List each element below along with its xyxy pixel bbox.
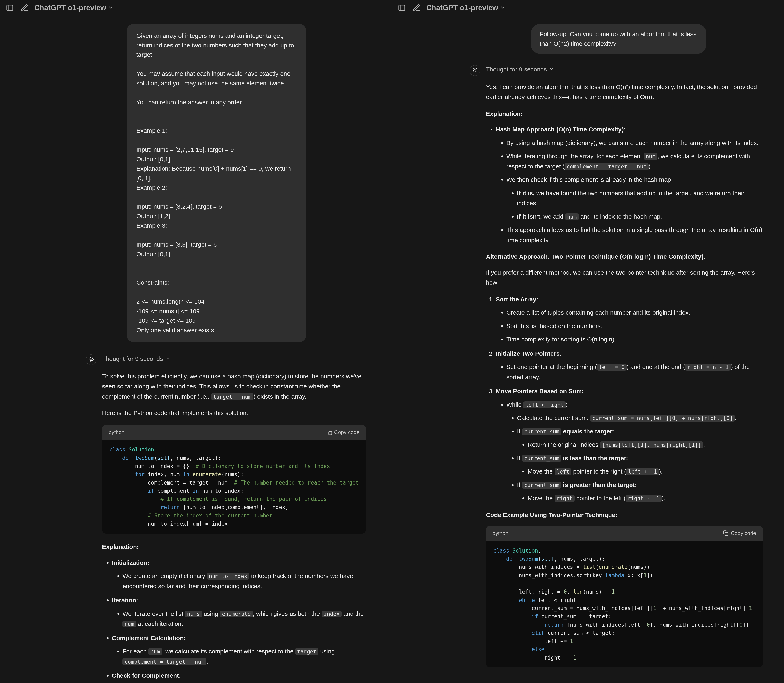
code-block-right: python Copy code class Solution: def two… (486, 526, 763, 667)
code-body-right: class Solution: def twoSum(self, nums, t… (486, 541, 763, 667)
chevron-down-icon (108, 3, 114, 12)
panel-right: ChatGPT o1-preview Follow-up: Can you co… (392, 0, 784, 683)
inline-code: current_sum (522, 482, 561, 489)
thought-summary[interactable]: Thought for 9 seconds (102, 354, 366, 364)
list-item: Iteration: We iterate over the list nums… (112, 595, 366, 629)
list-item: Time complexity for sorting is O(n log n… (506, 334, 763, 345)
list-item: Return the original indices [nums[left][… (527, 439, 763, 450)
model-selector[interactable]: ChatGPT o1-preview (426, 3, 505, 12)
thought-summary[interactable]: Thought for 9 seconds (486, 64, 763, 75)
model-name: ChatGPT o1-preview (426, 3, 498, 12)
new-chat-icon[interactable] (19, 3, 29, 13)
model-selector[interactable]: ChatGPT o1-preview (34, 3, 114, 12)
inline-code: complement = target - num (122, 658, 207, 665)
sidebar-toggle-icon[interactable] (5, 3, 15, 13)
copy-code-button[interactable]: Copy code (327, 428, 359, 437)
inline-code: nums (185, 611, 202, 617)
svg-rect-0 (7, 5, 13, 11)
chevron-down-icon (165, 354, 170, 364)
list-item: Sort this list based on the numbers. (506, 321, 763, 331)
list-item: Move Pointers Based on Sum: While left <… (496, 386, 763, 503)
list-item: Complement Calculation: For each num, we… (112, 633, 366, 667)
list-item: Sort the Array: Create a list of tuples … (496, 294, 763, 345)
assistant-message-right: Thought for 9 seconds Yes, I can provide… (470, 64, 706, 676)
svg-rect-7 (725, 532, 728, 535)
code-block-left: python Copy code class Solution: def two… (102, 425, 366, 534)
inline-code: num (644, 153, 657, 160)
explanation-list: Initialization: We create an empty dicti… (102, 558, 366, 683)
new-chat-icon[interactable] (412, 3, 422, 13)
intro-para: Yes, I can provide an algorithm that is … (486, 82, 763, 102)
topbar-left: ChatGPT o1-preview (0, 0, 392, 16)
list-item: While left < right: Calculate the curren… (506, 399, 763, 503)
list-item: Set one pointer at the beginning (left =… (506, 362, 763, 382)
hash-list: Hash Map Approach (O(n) Time Complexity)… (486, 124, 763, 245)
list-item: If current_sum is less than the target: … (517, 453, 763, 476)
list-item: If current_sum equals the target: Return… (517, 426, 763, 450)
list-item: We create an empty dictionary num_to_ind… (122, 571, 366, 591)
assistant-body-left: Thought for 9 seconds To solve this prob… (102, 354, 366, 683)
user-bubble: Follow-up: Can you come up with an algor… (531, 24, 706, 54)
inline-code: complement = target - num (564, 163, 648, 170)
inline-code: left < right (523, 401, 566, 408)
list-item: If it isn't, we add num and its index to… (517, 212, 763, 222)
list-item: We iterate over the list nums using enum… (122, 609, 366, 629)
code-lang: python (109, 428, 125, 437)
list-item: This approach allows us to find the solu… (506, 225, 763, 245)
two-pointer-steps: Sort the Array: Create a list of tuples … (486, 294, 763, 503)
assistant-avatar (86, 354, 96, 365)
thought-label: Thought for 9 seconds (102, 354, 163, 364)
svg-point-2 (90, 359, 92, 361)
user-message-right: Follow-up: Can you come up with an algor… (531, 24, 706, 54)
copy-code-button[interactable]: Copy code (723, 529, 756, 538)
inline-code: right -= 1 (625, 495, 662, 502)
list-item: For each num, we calculate its complemen… (122, 646, 366, 667)
inline-code: left = 0 (597, 364, 627, 370)
inline-code: right (555, 495, 574, 502)
thought-label: Thought for 9 seconds (486, 64, 547, 75)
list-item: We then check if this complement is alre… (506, 175, 763, 221)
list-item: By using a hash map (dictionary), we can… (506, 138, 763, 148)
alt-intro: If you prefer a different method, we can… (486, 268, 763, 288)
inline-code: target (295, 648, 319, 655)
user-bubble: Given an array of integers nums and an i… (127, 24, 306, 342)
list-item: Initialization: We create an empty dicti… (112, 558, 366, 591)
conversation-left: Given an array of integers nums and an i… (74, 16, 319, 683)
topbar-right: ChatGPT o1-preview (392, 0, 784, 16)
list-item: If current_sum is greater than the targe… (517, 480, 763, 503)
user-message-left: Given an array of integers nums and an i… (127, 24, 306, 342)
assistant-message-left: Thought for 9 seconds To solve this prob… (86, 354, 306, 683)
code-header: python Copy code (486, 526, 763, 541)
here-is: Here is the Python code that implements … (102, 408, 366, 418)
list-item: Move the left pointer to the right (left… (527, 467, 763, 476)
list-item: Initialize Two Pointers: Set one pointer… (496, 348, 763, 382)
list-item: Calculate the current sum: current_sum =… (517, 413, 763, 423)
inline-code: num (565, 213, 579, 220)
assistant-body-right: Thought for 9 seconds Yes, I can provide… (486, 64, 763, 676)
svg-rect-4 (399, 5, 405, 11)
code-lang: python (492, 529, 508, 538)
code-header: python Copy code (102, 425, 366, 440)
intro-para: To solve this problem efficiently, we ca… (102, 371, 366, 402)
inline-code: num (148, 648, 162, 655)
list-item: While iterating through the array, for e… (506, 151, 763, 171)
alt-heading: Alternative Approach: Two-Pointer Techni… (486, 252, 763, 262)
list-item: Move the right pointer to the left (righ… (527, 493, 763, 503)
assistant-avatar (470, 65, 480, 76)
code-body-left: class Solution: def twoSum(self, nums, t… (102, 440, 366, 534)
sidebar-toggle-icon[interactable] (397, 3, 407, 13)
conversation-right: Follow-up: Can you come up with an algor… (457, 16, 719, 683)
panel-left: ChatGPT o1-preview Given an array of int… (0, 0, 392, 683)
code-example-heading: Code Example Using Two-Pointer Technique… (486, 510, 763, 520)
inline-code: current_sum (522, 428, 561, 435)
inline-code: current_sum (522, 455, 561, 462)
inline-code: index (322, 611, 341, 617)
inline-code: right = n - 1 (685, 364, 731, 370)
explanation-heading: Explanation: (102, 542, 366, 552)
inline-code: [nums[left][1], nums[right][1]] (600, 441, 703, 448)
svg-point-6 (474, 70, 476, 71)
inline-code: num_to_index (207, 573, 249, 580)
svg-rect-3 (329, 431, 332, 434)
inline-code: num (122, 620, 136, 627)
inline-code: enumerate (220, 611, 253, 617)
